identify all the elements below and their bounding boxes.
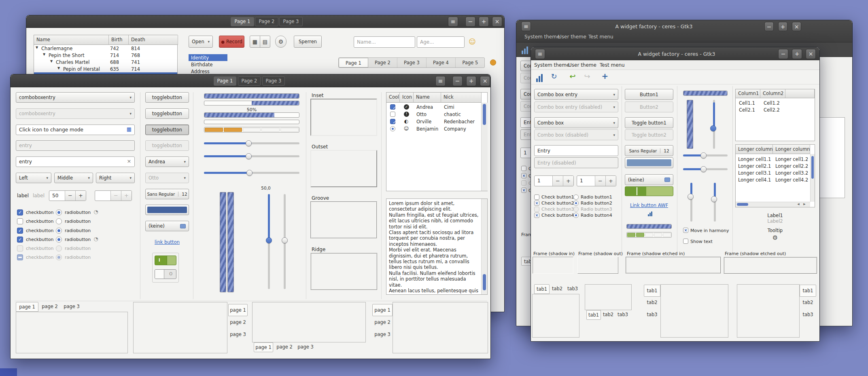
longer-cells-table[interactable]: Longer column1 Longer column2 Longer cel…	[735, 144, 815, 207]
file-chooser-button[interactable]: (keine)	[625, 174, 673, 185]
tree-column-header[interactable]: Cool	[386, 93, 400, 103]
notebook-tab[interactable]: page 1	[254, 342, 273, 352]
cool-checkbox[interactable]: ✓	[390, 104, 395, 110]
color-button[interactable]	[625, 157, 673, 168]
toggle-button1[interactable]: Toggle button1	[625, 117, 673, 128]
hscale-handle[interactable]	[246, 153, 252, 159]
notebook-tab[interactable]: page 1	[372, 304, 393, 316]
notebook-tab[interactable]: page 2	[228, 317, 248, 329]
header-tab[interactable]: Page 1	[231, 17, 254, 26]
spinbutton[interactable]: 1 − +	[577, 175, 616, 186]
close-button[interactable]: ×	[480, 76, 490, 86]
align-middle-combo[interactable]: Middle▾	[54, 173, 93, 183]
close-button[interactable]: ×	[492, 17, 502, 27]
togglebutton-pressed[interactable]: togglebutton	[145, 125, 189, 135]
radiobutton[interactable]	[56, 228, 62, 234]
cool-checkbox[interactable]: ✓	[390, 119, 395, 124]
menu-icon[interactable]: ≡	[435, 76, 446, 86]
notebook-tab[interactable]: tab3	[644, 309, 660, 321]
move-in-harmony-checkbox[interactable]: ×	[683, 228, 688, 233]
notebook-tab[interactable]: page 2	[39, 302, 60, 312]
button1[interactable]: Button1	[625, 89, 673, 100]
checkbutton[interactable]: ✓	[17, 228, 23, 234]
minimize-button[interactable]: −	[764, 22, 774, 31]
header-tab[interactable]: Page 3	[279, 17, 303, 26]
list-view-button[interactable]: ▤	[260, 36, 270, 48]
sidebar-item-identity[interactable]: Identity	[189, 54, 227, 61]
comboboxentry-combo[interactable]: comboboxentry▾	[16, 92, 135, 103]
maximize-button[interactable]: +	[466, 76, 476, 86]
togglebutton[interactable]: togglebutton	[145, 92, 189, 103]
table-row[interactable]: Longer cell4.1 Longer cell4.2	[736, 176, 815, 183]
notebook-tab[interactable]: tab1	[586, 310, 601, 320]
people-tree[interactable]: Cool Icon Name Nick ✓ ✓ Andrea Cimi ! Ot…	[386, 92, 488, 191]
undo-icon[interactable]: ↩	[567, 72, 578, 80]
spin-minus-button[interactable]: −	[595, 176, 605, 186]
spin-plus-button[interactable]: +	[605, 176, 616, 186]
window-d-titlebar[interactable]: ≡ A widget factory - ceres - Gtk3 − + ×	[531, 47, 819, 60]
vscale-handle[interactable]	[266, 237, 272, 243]
align-left-combo[interactable]: Left▾	[16, 173, 51, 183]
age-input[interactable]	[417, 36, 465, 48]
tree-row[interactable]: ☺ Benjamin Company	[386, 125, 487, 133]
clear-icon[interactable]: ×	[125, 158, 133, 164]
andrea-combo[interactable]: Andrea▾	[145, 156, 189, 167]
scale-handle[interactable]	[637, 187, 637, 195]
tree-row[interactable]: ▼ Charlemagne 742 814	[34, 45, 177, 52]
tree-column-header[interactable]: Name	[34, 35, 109, 45]
menu-system-theme[interactable]: System theme	[524, 34, 560, 40]
cool-radio[interactable]	[390, 126, 395, 131]
sperren-toggle[interactable]: Sperren	[294, 36, 322, 48]
spin-plus-button[interactable]: +	[75, 191, 86, 201]
notebook-tab[interactable]: tab2	[644, 297, 660, 309]
minimize-button[interactable]: −	[778, 49, 788, 59]
name-input[interactable]	[354, 36, 415, 48]
tree-column-header[interactable]: Death	[129, 35, 178, 45]
sidebar-item-birthdate[interactable]: Birthdate	[189, 61, 227, 68]
menu-user-theme[interactable]: User theme	[558, 34, 586, 40]
header-tab[interactable]: Page 1	[214, 76, 236, 86]
checkbutton[interactable]	[17, 218, 23, 224]
tree-row[interactable]: ▼ Pepin the Short 714 768	[34, 52, 177, 59]
show-text-checkbox[interactable]	[683, 239, 688, 244]
expander-icon[interactable]: ▼	[57, 66, 60, 70]
notebook-tab[interactable]: tab2	[550, 284, 565, 294]
minimize-button[interactable]: −	[465, 17, 475, 27]
hscale-handle[interactable]	[246, 140, 252, 146]
radiobutton[interactable]	[56, 237, 62, 243]
tree-row[interactable]: ▼ Pepin of Herstal 635 714	[34, 65, 177, 72]
scrollbar-thumb[interactable]	[737, 203, 748, 206]
radio-button4[interactable]	[573, 213, 579, 218]
notebook-tab[interactable]: page 1	[228, 304, 248, 316]
menu-user-theme[interactable]: User theme	[568, 62, 596, 68]
record-button[interactable]: ●Record	[219, 36, 244, 48]
font-button[interactable]: Sans Regular12	[625, 145, 673, 156]
table-column-header[interactable]: Longer column1	[736, 145, 773, 154]
maximize-button[interactable]: +	[479, 17, 489, 27]
notebook-tab[interactable]: page 3	[372, 329, 393, 341]
font-button[interactable]: Sans Regular12	[145, 189, 189, 199]
radio-button1[interactable]	[573, 194, 579, 200]
tree-column-header[interactable]: Icon	[400, 93, 414, 103]
spinbutton[interactable]: 1 − +	[534, 175, 574, 186]
menu-icon[interactable]: ≡	[448, 17, 458, 27]
link-button-awf[interactable]: Link button AWF	[625, 203, 673, 208]
link-button[interactable]: link button	[145, 239, 189, 245]
table-row[interactable]: Longer cell2.1 Longer cell2.2	[736, 163, 815, 169]
notebook-tab[interactable]: tab1	[644, 285, 660, 297]
table-row[interactable]: Longer cell3.1 Longer cell3.2	[736, 169, 815, 176]
awf-logo-icon[interactable]	[520, 45, 530, 54]
header-tab[interactable]: Page 2	[238, 76, 261, 86]
notebook-tab[interactable]: tab2	[800, 297, 816, 309]
spinbutton[interactable]: 50 − +	[49, 190, 86, 201]
notebook-tab[interactable]: page 3	[296, 342, 315, 352]
notebook-tab[interactable]: page 3	[228, 329, 248, 341]
togglebutton[interactable]: togglebutton	[145, 108, 189, 119]
tree-column-header[interactable]: Nick	[441, 93, 482, 103]
close-button[interactable]: ×	[806, 49, 816, 59]
combo-box[interactable]: Combo box▾	[534, 117, 618, 128]
vscale-handle[interactable]	[282, 237, 288, 243]
vscale-handle[interactable]	[710, 125, 716, 131]
lorem-textview[interactable]: Lorem ipsum dolor sit amet, consectetur …	[386, 199, 488, 295]
check-button1[interactable]	[534, 194, 539, 200]
